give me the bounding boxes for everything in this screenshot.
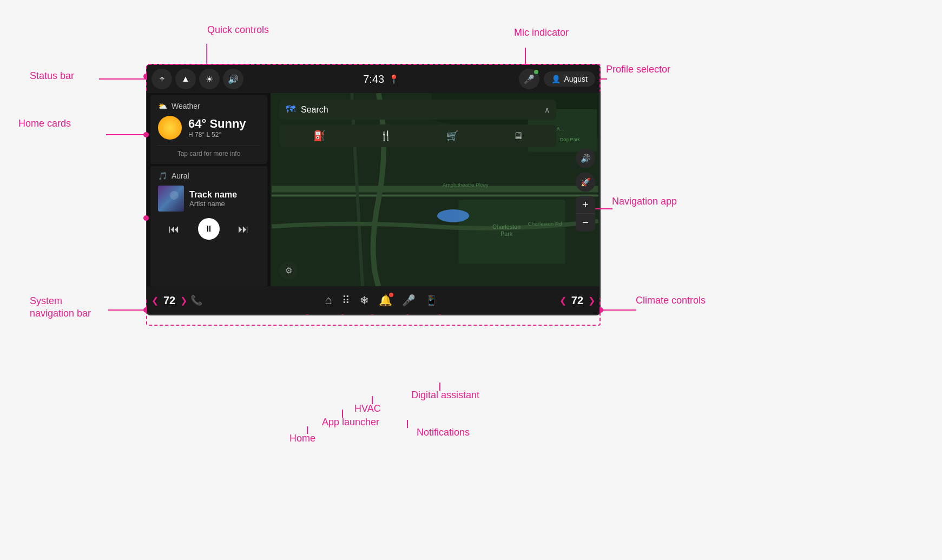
temp-right-increase-button[interactable]: ❯: [588, 295, 595, 306]
svg-text:Park: Park: [500, 230, 513, 237]
profile-icon: 👤: [551, 75, 561, 83]
system-nav-label: Systemnavigation bar: [30, 295, 91, 320]
weather-tap-hint: Tap card for more info: [158, 145, 260, 157]
weather-app-title: Weather: [172, 102, 200, 110]
sun-icon: [158, 116, 182, 140]
nav-left-climate: ❮ 72 ❯ 📞: [151, 294, 202, 307]
profile-selector-line: [601, 78, 607, 80]
nav-center: ⌂ ⠿ ❄ 🔔 🎤 📱: [325, 293, 437, 307]
home-cards-line: [106, 134, 147, 135]
left-panel: ⛅ Weather 64° Sunny H 78° L 52° Tap card…: [147, 93, 271, 286]
home-button[interactable]: ⌂: [325, 293, 332, 307]
weather-header: ⛅ Weather: [158, 102, 260, 110]
music-track-row: Track name Artist name: [158, 186, 260, 212]
quick-controls-label: Quick controls: [207, 24, 269, 36]
profile-selector-label: Profile selector: [606, 64, 670, 75]
home-cards-label: Home cards: [18, 118, 71, 129]
play-pause-button[interactable]: ⏸: [198, 218, 220, 240]
hvac-label: HVAC: [354, 403, 381, 414]
digital-assistant-button[interactable]: 🎤: [402, 294, 416, 307]
search-text: Search: [301, 105, 539, 115]
music-app-icon: 🎵: [158, 172, 167, 180]
system-nav-line: [108, 309, 147, 311]
music-card[interactable]: 🎵 Aural: [150, 166, 267, 286]
prev-track-button[interactable]: ⏮: [166, 220, 183, 239]
nav-right-climate: ❮ 72 ❯: [559, 294, 595, 307]
weather-info: 64° Sunny H 78° L 52°: [188, 117, 246, 139]
climate-controls-label: Climate controls: [636, 295, 706, 306]
display-icon[interactable]: 🖥: [508, 128, 528, 144]
time-display: 7:43: [363, 73, 384, 85]
svg-text:Charleston: Charleston: [492, 223, 521, 230]
temp-left-increase-button[interactable]: ❯: [180, 295, 187, 306]
notification-badge: [389, 293, 393, 297]
poi-bar: ⛽ 🍴 🛒 🖥: [279, 124, 556, 147]
weather-card[interactable]: ⛅ Weather 64° Sunny H 78° L 52° Tap card…: [150, 95, 267, 164]
signal-icon[interactable]: ▲: [175, 69, 196, 89]
home-line: [307, 426, 308, 434]
svg-point-1: [170, 191, 179, 200]
settings-gear-button[interactable]: ⚙: [279, 261, 298, 280]
temp-range: H 78° L 52°: [188, 131, 246, 139]
temperature-display: 64° Sunny: [188, 117, 246, 131]
restaurant-icon[interactable]: 🍴: [374, 128, 397, 144]
status-bar-center: 7:43 📍: [363, 73, 399, 85]
search-chevron-icon: ∧: [544, 106, 550, 114]
volume-icon[interactable]: 🔊: [223, 69, 243, 89]
climate-controls-line: [601, 309, 636, 311]
map-controls-right: 🔊 🚀 + −: [576, 148, 595, 231]
phone-call-button[interactable]: 📱: [425, 294, 437, 306]
digital-assistant-line: [439, 383, 440, 391]
volume-control-button[interactable]: 🔊: [576, 148, 595, 168]
phone-icon[interactable]: 📞: [190, 294, 202, 306]
map-svg: Amphitheatre Pkwy Charleston Rd Charlest…: [271, 93, 600, 286]
zoom-out-button[interactable]: −: [576, 214, 595, 231]
hvac-line: [372, 396, 373, 404]
temp-left-display: 72: [162, 294, 177, 307]
mic-active-dot: [534, 70, 538, 74]
app-launcher-button[interactable]: ⠿: [342, 294, 350, 307]
music-app-name: Aural: [172, 172, 189, 180]
svg-text:Dog Park: Dog Park: [560, 137, 581, 142]
bottom-nav-bar: ❮ 72 ❯ 📞 ⌂ ⠿ ❄ 🔔 🎤 📱 ❮ 72 ❯: [147, 286, 600, 314]
brightness-icon[interactable]: ☀: [199, 69, 220, 89]
app-launcher-label: App launcher: [322, 417, 379, 428]
map-area[interactable]: Amphitheatre Pkwy Charleston Rd Charlest…: [271, 93, 600, 286]
svg-text:Amphitheatre Pkwy: Amphitheatre Pkwy: [443, 182, 489, 188]
shopping-icon[interactable]: 🛒: [441, 128, 464, 144]
profile-name: August: [564, 75, 588, 83]
location-icon: 📍: [388, 74, 399, 84]
svg-rect-0: [158, 186, 184, 212]
next-track-button[interactable]: ⏭: [235, 220, 252, 239]
zoom-controls: + −: [576, 196, 595, 231]
temp-left-decrease-button[interactable]: ❮: [151, 295, 159, 306]
notifications-button[interactable]: 🔔: [379, 294, 392, 307]
home-label: Home: [289, 433, 315, 444]
page-wrapper: ⌖ ▲ ☀ 🔊 7:43 📍 🎤 👤 August: [0, 0, 942, 560]
zoom-in-button[interactable]: +: [576, 196, 595, 213]
profile-selector-button[interactable]: 👤 August: [544, 71, 595, 87]
gas-station-icon[interactable]: ⛽: [308, 128, 331, 144]
status-bar-line: [99, 78, 147, 80]
weather-main: 64° Sunny H 78° L 52°: [158, 116, 260, 140]
bluetooth-icon[interactable]: ⌖: [151, 69, 172, 89]
hvac-button[interactable]: ❄: [360, 294, 369, 307]
track-info: Track name Artist name: [189, 190, 260, 208]
status-bar: ⌖ ▲ ☀ 🔊 7:43 📍 🎤 👤 August: [147, 65, 600, 93]
artist-name: Artist name: [189, 200, 260, 208]
navigate-button[interactable]: 🚀: [576, 172, 595, 192]
temp-right-decrease-button[interactable]: ❮: [559, 295, 566, 306]
mic-button[interactable]: 🎤: [519, 69, 539, 89]
temp-right-display: 72: [570, 294, 585, 307]
status-bar-left: ⌖ ▲ ☀ 🔊: [151, 69, 243, 89]
music-controls: ⏮ ⏸ ⏭: [158, 218, 260, 240]
search-bar[interactable]: 🗺 Search ∧: [279, 100, 556, 120]
music-header: 🎵 Aural: [158, 172, 260, 180]
weather-sun-icon: ⛅: [158, 102, 167, 110]
track-thumbnail: [158, 186, 184, 212]
track-name: Track name: [189, 190, 260, 200]
svg-point-16: [437, 209, 469, 222]
car-screen: ⌖ ▲ ☀ 🔊 7:43 📍 🎤 👤 August: [146, 64, 601, 315]
notifications-line: [407, 420, 408, 428]
app-launcher-line: [342, 410, 343, 418]
